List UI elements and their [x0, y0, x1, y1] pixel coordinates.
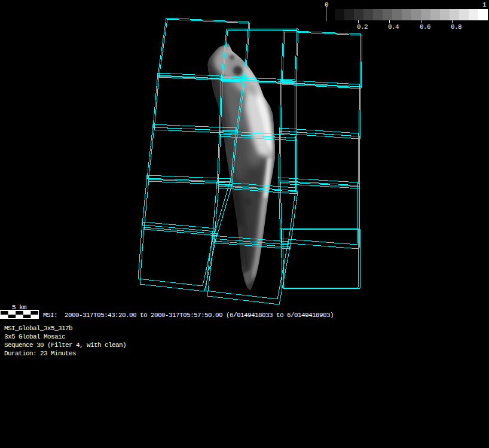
svg-text:0.8: 0.8: [451, 23, 462, 31]
svg-text:5 km: 5 km: [12, 304, 27, 311]
svg-text:3x5 Global Mosaic: 3x5 Global Mosaic: [4, 333, 65, 340]
svg-text:Duration: 23 Minutes: Duration: 23 Minutes: [4, 350, 76, 357]
svg-text:0: 0: [325, 1, 328, 8]
svg-text:0.4: 0.4: [388, 23, 399, 31]
svg-text:1: 1: [482, 1, 487, 8]
svg-text:MSI: 2000-317T05:43:20.00 to: MSI: 2000-317T05:43:20.00 to 2000-317T05…: [43, 312, 334, 319]
svg-text:Sequence 30 (Filter 4, with cl: Sequence 30 (Filter 4, with clean): [4, 342, 126, 349]
svg-text:0.6: 0.6: [420, 23, 430, 31]
svg-text:MSI_Global_3x5_317b: MSI_Global_3x5_317b: [4, 325, 72, 332]
svg-text:0.2: 0.2: [357, 23, 368, 31]
